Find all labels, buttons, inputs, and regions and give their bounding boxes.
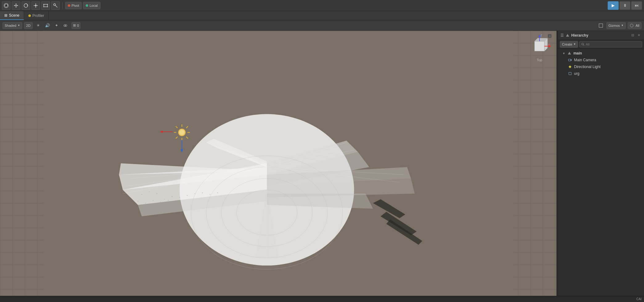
pivot-label: Pivot xyxy=(72,4,79,7)
svg-point-46 xyxy=(164,199,165,199)
svg-point-23 xyxy=(65,25,67,26)
gizmos-dropdown[interactable]: Gizmos ▼ xyxy=(606,22,626,29)
shading-label: Shaded xyxy=(5,24,16,27)
svg-marker-6 xyxy=(14,5,15,6)
x-axis-arrow xyxy=(157,129,174,135)
svg-point-58 xyxy=(168,200,169,201)
scene-area: Z X □ Top xyxy=(0,31,556,296)
svg-point-16 xyxy=(43,4,44,5)
unity-logo-btn[interactable] xyxy=(2,1,10,10)
svg-rect-91 xyxy=(535,41,544,51)
svg-point-52 xyxy=(210,194,210,195)
light-toggle-btn[interactable]: ☀ xyxy=(35,22,42,29)
light-icon xyxy=(568,65,572,69)
hier-item-main-label: main xyxy=(573,51,582,55)
all-dropdown[interactable]: All xyxy=(628,22,642,29)
svg-line-81 xyxy=(176,126,178,128)
svg-line-83 xyxy=(186,126,188,128)
audio-toggle-btn[interactable]: 🔊 xyxy=(44,22,51,29)
hier-item-camera-label: Main Camera xyxy=(574,58,596,62)
svg-rect-24 xyxy=(599,24,603,27)
create-arrow-icon: ▼ xyxy=(573,43,576,46)
svg-point-18 xyxy=(43,6,44,7)
hier-item-urg[interactable]: urg xyxy=(558,70,644,77)
custom-tool-btn[interactable] xyxy=(51,1,60,10)
status-bar: CAI xyxy=(0,296,644,302)
hierarchy-panel: ☰ Hierarchy ⊟ ✕ Create ▼ All xyxy=(558,31,644,296)
svg-point-55 xyxy=(145,203,146,203)
hierarchy-close-btn[interactable]: ✕ xyxy=(636,33,642,38)
hierarchy-title: Hierarchy xyxy=(566,33,588,38)
tab-bar: ⊞ Scene Profiler xyxy=(0,11,644,20)
tab-profiler[interactable]: Profiler xyxy=(24,11,49,20)
svg-point-19 xyxy=(47,6,48,7)
svg-point-51 xyxy=(202,192,203,193)
2d-label: 2D xyxy=(26,24,31,27)
rotate-tool-btn[interactable] xyxy=(22,1,30,10)
scene-canvas[interactable]: Z X □ Top xyxy=(0,31,556,296)
play-controls: ▶ ⏸ ⏭ xyxy=(608,1,642,10)
object-icon xyxy=(568,72,572,75)
hier-item-main-camera[interactable]: Main Camera xyxy=(558,57,644,63)
hier-item-urg-label: urg xyxy=(574,71,579,76)
svg-line-82 xyxy=(186,137,188,139)
hier-item-dir-light[interactable]: Directional Light xyxy=(558,63,644,70)
svg-marker-90 xyxy=(181,149,183,152)
search-icon xyxy=(581,43,585,46)
scene-tab-icon: ⊞ xyxy=(4,13,7,18)
maximize-btn[interactable] xyxy=(597,22,605,29)
effects-toggle-btn[interactable]: ✦ xyxy=(53,22,60,29)
pivot-btn[interactable]: Pivot xyxy=(65,2,82,9)
expand-arrow-icon: ▼ xyxy=(562,52,565,55)
scene-toolbar: Shaded ▼ 2D ☀ 🔊 ✦ ⊞ 0 Gizmos ▼ All xyxy=(0,20,644,31)
hierarchy-menu-icon: ☰ xyxy=(560,33,564,38)
create-dropdown[interactable]: Create ▼ xyxy=(560,41,578,48)
directional-light-gizmo[interactable] xyxy=(173,123,191,143)
svg-marker-5 xyxy=(15,7,17,8)
hier-item-main[interactable]: ▼ main xyxy=(558,50,644,57)
svg-point-44 xyxy=(149,191,150,192)
svg-point-57 xyxy=(160,202,161,202)
svg-rect-15 xyxy=(44,4,47,7)
scene-filter-btn[interactable] xyxy=(62,22,70,29)
svg-line-21 xyxy=(55,5,57,7)
point-cloud-visualization xyxy=(0,31,556,296)
gizmos-label: Gizmos xyxy=(609,24,620,27)
shading-arrow-icon: ▼ xyxy=(18,24,20,27)
svg-point-103 xyxy=(582,43,584,45)
svg-point-54 xyxy=(137,201,138,202)
step-button[interactable]: ⏭ xyxy=(631,1,642,10)
svg-rect-113 xyxy=(569,72,571,75)
gizmo-widget[interactable]: Z X □ Top xyxy=(526,34,553,62)
camera-icon xyxy=(568,58,572,62)
local-btn[interactable]: Local xyxy=(83,2,100,9)
svg-text:Z: Z xyxy=(540,34,542,37)
hierarchy-search-box: All xyxy=(579,41,642,47)
pause-button[interactable]: ⏸ xyxy=(619,1,630,10)
svg-point-25 xyxy=(630,24,633,27)
rect-tool-btn[interactable] xyxy=(41,1,50,10)
svg-rect-10 xyxy=(35,5,36,6)
all-label: All xyxy=(636,24,639,27)
local-label: Local xyxy=(89,4,97,7)
move-tool-btn[interactable] xyxy=(12,1,20,10)
scale-tool-btn[interactable] xyxy=(31,1,40,10)
svg-point-86 xyxy=(179,130,184,135)
2d-btn[interactable]: 2D xyxy=(24,22,33,29)
hierarchy-header: ☰ Hierarchy ⊟ ✕ xyxy=(558,31,644,40)
counter-icon: ⊞ xyxy=(73,23,76,27)
pivot-dot xyxy=(68,4,70,7)
shading-dropdown[interactable]: Shaded ▼ xyxy=(2,22,22,29)
hierarchy-header-controls: ⊟ ✕ xyxy=(630,33,642,38)
play-button[interactable]: ▶ xyxy=(608,1,619,10)
gizmos-arrow-icon: ▼ xyxy=(621,24,624,27)
hierarchy-layout-btn[interactable]: ⊟ xyxy=(630,33,635,38)
svg-point-47 xyxy=(172,196,173,197)
hier-item-light-label: Directional Light xyxy=(574,65,601,69)
scene-object-icon xyxy=(568,51,571,55)
svg-point-53 xyxy=(217,192,218,193)
main-layout: Z X □ Top ☰ Hierarchy ⊟ xyxy=(0,31,644,296)
svg-rect-106 xyxy=(568,59,571,61)
tab-scene[interactable]: ⊞ Scene xyxy=(0,11,24,20)
svg-marker-105 xyxy=(568,52,571,54)
